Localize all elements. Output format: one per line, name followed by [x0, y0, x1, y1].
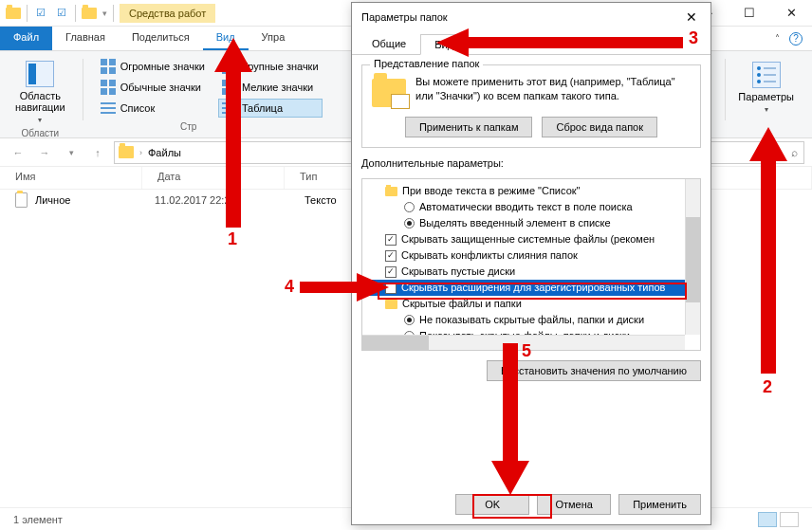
grid-icon [101, 80, 116, 95]
file-type: Тексто [304, 194, 337, 206]
back-button[interactable]: ← [8, 142, 28, 163]
folder-options-dialog: Параметры папок ✕ Общие Вид Представлени… [351, 2, 711, 525]
annotation-arrow-5 [491, 343, 529, 495]
annotation-highlight-4 [378, 283, 687, 300]
column-name[interactable]: Имя [0, 167, 142, 189]
svg-marker-2 [436, 28, 683, 57]
svg-marker-0 [214, 38, 252, 228]
navigation-pane-button[interactable]: Область навигации ▾ [11, 57, 69, 128]
svg-marker-3 [300, 273, 389, 302]
grid-icon [101, 59, 116, 74]
collapse-ribbon-icon[interactable]: ˄ [775, 33, 780, 44]
advanced-settings-tree[interactable]: При вводе текста в режиме "Список" Автом… [361, 178, 701, 351]
options-label: Параметры [738, 91, 794, 102]
item-count: 1 элемент [13, 514, 63, 525]
annotation-arrow-2 [749, 127, 787, 374]
column-date[interactable]: Дата [142, 167, 285, 189]
radio-icon[interactable] [404, 202, 415, 212]
folder-icon [82, 6, 97, 21]
svg-marker-1 [749, 127, 787, 374]
tab-share[interactable]: Поделиться [119, 27, 203, 50]
checkbox-icon[interactable]: ☑ [33, 6, 48, 21]
label: Обычные значки [120, 82, 201, 93]
annotation-highlight-5 [472, 494, 552, 519]
chevron-down-icon[interactable]: ▾ [102, 9, 107, 18]
tree-option[interactable]: Автоматически вводить текст в поле поиск… [368, 199, 696, 215]
tree-option[interactable]: Не показывать скрытые файлы, папки и дис… [368, 312, 696, 328]
folder-icon [385, 187, 397, 196]
up-button[interactable]: ↑ [87, 142, 108, 163]
help-icon[interactable]: ? [789, 32, 803, 46]
annotation-arrow-3 [436, 28, 683, 57]
navigation-pane-icon [26, 61, 54, 87]
search-icon: ⌕ [791, 146, 798, 159]
recent-button[interactable]: ▾ [61, 142, 82, 163]
group-legend: Представление папок [370, 58, 483, 69]
scrollbar-vertical[interactable] [685, 179, 700, 335]
tab-file[interactable]: Файл [0, 27, 52, 50]
label: Крупные значки [242, 61, 319, 72]
list-icon [101, 101, 116, 116]
navigation-pane-label: Область навигации [15, 90, 65, 113]
tree-option[interactable]: ✓Скрывать пустые диски [368, 264, 696, 280]
file-icon [15, 192, 28, 208]
advanced-label: Дополнительные параметры: [361, 157, 701, 169]
tab-general[interactable]: Общие [358, 33, 420, 54]
checkbox-icon[interactable]: ✓ [385, 234, 397, 246]
annotation-number-4: 4 [285, 277, 294, 297]
folder-view-text: Вы можете применить этот вид (например, … [415, 75, 691, 103]
forward-button[interactable]: → [34, 142, 55, 163]
checkbox-icon[interactable]: ☑ [54, 6, 69, 21]
ribbon-group-title: Стр [180, 121, 196, 135]
maximize-button[interactable]: ☐ [729, 0, 770, 27]
apply-button[interactable]: Применить [618, 494, 701, 515]
tree-option[interactable]: ✓Скрывать конфликты слияния папок [368, 247, 696, 264]
close-button[interactable]: ✕ [673, 4, 710, 30]
list-button[interactable]: Список [97, 99, 209, 118]
chevron-down-icon: ▾ [765, 105, 768, 114]
folder-icon [372, 79, 406, 107]
dialog-titlebar: Параметры папок ✕ [352, 3, 710, 31]
label: Огромные значки [120, 61, 205, 72]
ribbon-group-title: Области [22, 128, 60, 141]
reset-folders-button[interactable]: Сброс вида папок [542, 117, 657, 137]
details-view-toggle[interactable] [758, 512, 777, 527]
close-button[interactable]: ✕ [770, 0, 812, 27]
annotation-number-2: 2 [763, 377, 772, 397]
medium-icons-button[interactable]: Обычные значки [97, 78, 209, 97]
svg-marker-4 [491, 343, 529, 495]
annotation-arrow-1 [214, 38, 252, 228]
file-name: Личное [35, 194, 147, 206]
folder-view-group: Представление папок Вы можете применить … [361, 64, 701, 148]
breadcrumb[interactable]: Файлы [148, 147, 181, 158]
label: Мелкие значки [242, 82, 313, 93]
annotation-number-5: 5 [522, 341, 531, 361]
checkbox-icon[interactable]: ✓ [385, 250, 397, 262]
context-tab[interactable]: Средства работ [120, 4, 215, 23]
annotation-number-1: 1 [228, 229, 237, 249]
options-icon [752, 62, 781, 88]
tab-home[interactable]: Главная [52, 27, 119, 50]
huge-icons-button[interactable]: Огромные значки [97, 57, 209, 76]
tree-option[interactable]: Выделять введенный элемент в списке [368, 215, 696, 231]
annotation-arrow-4 [300, 273, 389, 302]
chevron-down-icon: ▾ [38, 116, 42, 124]
icons-view-toggle[interactable] [780, 512, 799, 527]
apply-to-folders-button[interactable]: Применить к папкам [405, 117, 533, 137]
options-button[interactable]: Параметры ▾ [731, 57, 801, 119]
tree-option[interactable]: ✓Скрывать защищенные системные файлы (ре… [368, 231, 696, 247]
label: Список [120, 102, 156, 114]
folder-icon [119, 146, 134, 158]
radio-icon[interactable] [404, 218, 415, 228]
chevron-right-icon: › [139, 148, 142, 157]
annotation-number-3: 3 [689, 28, 698, 48]
dialog-title: Параметры папок [361, 11, 448, 23]
tab-manage[interactable]: Упра [249, 27, 299, 50]
radio-icon[interactable] [404, 315, 415, 325]
tree-group: При вводе текста в режиме "Список" [368, 183, 696, 199]
folder-icon [6, 6, 21, 21]
